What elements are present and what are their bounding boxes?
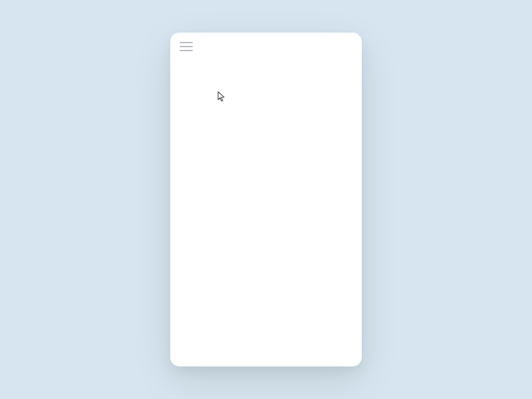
hamburger-bar [180,42,193,43]
hamburger-bar [180,50,193,51]
app-card [170,33,362,366]
hamburger-menu-icon[interactable] [180,42,193,51]
hamburger-bar [180,46,193,47]
cursor-pointer-icon [217,91,226,103]
